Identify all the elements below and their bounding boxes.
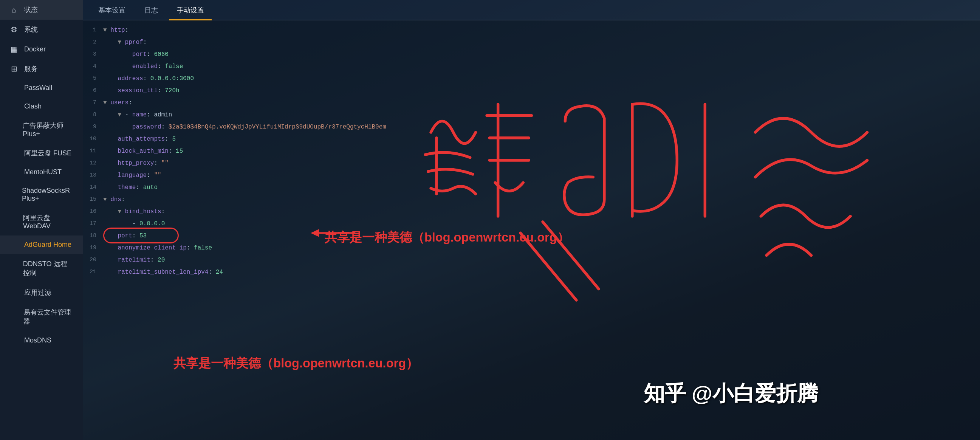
key-1: http bbox=[110, 27, 125, 33]
sidebar-label-mosdns: MosDNS bbox=[24, 336, 51, 344]
key-4: enabled bbox=[132, 63, 158, 70]
line-content-7: ▼ users: bbox=[103, 97, 977, 109]
arrow-2: ▼ bbox=[118, 39, 125, 46]
sep-18: : bbox=[132, 233, 140, 239]
tab-log[interactable]: 日志 bbox=[137, 1, 165, 21]
key-8: name bbox=[132, 112, 146, 118]
sidebar-item-docker[interactable]: ▦Docker bbox=[0, 39, 83, 59]
sidebar-item-status[interactable]: ⌂状态 bbox=[0, 0, 83, 20]
sep-3: : bbox=[146, 51, 154, 58]
line-content-10: auth_attempts: 5 bbox=[103, 133, 977, 145]
val-6: 720h bbox=[165, 87, 179, 94]
arrow-15: ▼ bbox=[103, 196, 110, 203]
val-3: 6060 bbox=[154, 51, 168, 58]
arrow-1: ▼ bbox=[103, 27, 110, 33]
sidebar-item-clouddrive[interactable]: 易有云文件管理器 bbox=[0, 303, 83, 331]
val-11: 15 bbox=[176, 148, 183, 155]
val-13: "" bbox=[154, 172, 161, 179]
sidebar-item-clash[interactable]: Clash bbox=[0, 97, 83, 116]
line-number-15: 15 bbox=[86, 193, 103, 206]
code-line-11: 11 block_auth_min: 15 bbox=[83, 145, 980, 157]
line-number-6: 6 bbox=[86, 84, 103, 97]
sep-4: : bbox=[158, 63, 165, 70]
sidebar-item-services[interactable]: ⊞服务 bbox=[0, 59, 83, 79]
line-number-2: 2 bbox=[86, 36, 103, 48]
val-20: 20 bbox=[158, 257, 165, 263]
key-15: dns bbox=[110, 196, 121, 203]
val-12: "" bbox=[161, 160, 169, 167]
sidebar-label-aliyun-fuse: 阿里云盘 FUSE bbox=[24, 148, 72, 158]
sidebar-item-ddnsto[interactable]: DDNSTO 远程控制 bbox=[0, 254, 83, 283]
sep-10: : bbox=[165, 136, 172, 142]
main-content: 基本设置日志手动设置 1▼ http: 2 ▼ pprof: 3 port: 6… bbox=[83, 0, 980, 440]
sep-16: : bbox=[161, 208, 169, 215]
sidebar-label-passwall: PassWall bbox=[24, 84, 52, 92]
line-content-15: ▼ dns: bbox=[103, 193, 977, 206]
sidebar-icon-system: ⚙ bbox=[9, 25, 19, 34]
sidebar-item-passwall[interactable]: PassWall bbox=[0, 79, 83, 97]
sidebar-item-shadowsocks[interactable]: ShadowSocksR Plus+ bbox=[0, 182, 83, 208]
line-content-9: password: $2a$10$4BnQ4p.voKQWdjJpVYLifu1… bbox=[103, 121, 977, 133]
code-line-12: 12 http_proxy: "" bbox=[83, 157, 980, 169]
val-4: false bbox=[165, 63, 183, 70]
key-9: password bbox=[132, 124, 161, 131]
tab-manual[interactable]: 手动设置 bbox=[169, 1, 212, 21]
sidebar-label-aliyun-webdav: 阿里云盘 WebDAV bbox=[23, 213, 74, 230]
line-number-8: 8 bbox=[86, 109, 103, 121]
sep-12: : bbox=[154, 160, 161, 167]
sidebar-label-status: 状态 bbox=[24, 5, 38, 14]
line-content-13: language: "" bbox=[103, 169, 977, 182]
line-number-11: 11 bbox=[86, 145, 103, 157]
sep-20: : bbox=[150, 257, 158, 263]
sep-11: : bbox=[169, 148, 176, 155]
code-line-2: 2 ▼ pprof: bbox=[83, 36, 980, 48]
key-10: auth_attempts bbox=[118, 136, 165, 142]
key-21: ratelimit_subnet_len_ipv4 bbox=[118, 269, 208, 276]
code-line-7: 7▼ users: bbox=[83, 97, 980, 109]
sep-6: : bbox=[158, 87, 165, 94]
sep-5: : bbox=[143, 75, 150, 82]
key-12: http_proxy bbox=[118, 160, 154, 167]
sidebar-item-system[interactable]: ⚙系统 bbox=[0, 20, 83, 39]
sidebar-label-clash: Clash bbox=[24, 102, 41, 110]
sidebar-item-aliyun-fuse[interactable]: 阿里云盘 FUSE bbox=[0, 143, 83, 163]
sidebar-label-docker: Docker bbox=[24, 45, 46, 53]
sidebar-item-adguard[interactable]: AdGuard Home bbox=[0, 236, 83, 254]
svg-text:共享是一种美德（blog.openwrtcn.eu.org）: 共享是一种美德（blog.openwrtcn.eu.org） bbox=[173, 356, 418, 370]
line-content-6: session_ttl: 720h bbox=[103, 84, 977, 97]
sidebar-item-adblock[interactable]: 广告屏蔽大师 Plus+ bbox=[0, 116, 83, 143]
line-number-5: 5 bbox=[86, 73, 103, 84]
line-number-14: 14 bbox=[86, 182, 103, 193]
sidebar-item-appfilter[interactable]: 应用过滤 bbox=[0, 283, 83, 303]
line-content-8: ▼ - name: admin bbox=[103, 109, 977, 121]
val-14: auto bbox=[143, 184, 158, 191]
line-content-19: anonymize_client_ip: false bbox=[103, 242, 977, 254]
line-number-4: 4 bbox=[86, 61, 103, 73]
val-10: 5 bbox=[172, 136, 176, 142]
line-number-20: 20 bbox=[86, 254, 103, 266]
code-line-4: 4 enabled: false bbox=[83, 61, 980, 73]
key-18: port bbox=[118, 233, 132, 239]
line-content-3: port: 6060 bbox=[103, 48, 977, 61]
code-line-13: 13 language: "" bbox=[83, 169, 980, 182]
sep-2: : bbox=[143, 39, 150, 46]
code-editor[interactable]: 1▼ http: 2 ▼ pprof: 3 port: 60604 enable… bbox=[83, 21, 980, 440]
sidebar-item-mosdns[interactable]: MosDNS bbox=[0, 331, 83, 350]
dash-8: - bbox=[125, 112, 132, 118]
sidebar-label-ddnsto: DDNSTO 远程控制 bbox=[23, 259, 74, 277]
sidebar-label-mentohust: MentoHUST bbox=[24, 168, 62, 176]
val-18: 53 bbox=[140, 233, 146, 239]
code-line-14: 14 theme: auto bbox=[83, 182, 980, 193]
key-11: block_auth_min bbox=[118, 148, 168, 155]
sidebar-item-mentohust[interactable]: MentoHUST bbox=[0, 163, 83, 182]
sep-15: : bbox=[121, 196, 129, 203]
line-number-3: 3 bbox=[86, 48, 103, 61]
line-number-19: 19 bbox=[86, 242, 103, 254]
tab-basic[interactable]: 基本设置 bbox=[91, 1, 133, 21]
sep-7: : bbox=[129, 99, 136, 106]
val-5: 0.0.0.0:3000 bbox=[150, 75, 194, 82]
val-21: 24 bbox=[216, 269, 223, 276]
line-content-21: ratelimit_subnet_len_ipv4: 24 bbox=[103, 266, 977, 278]
code-line-3: 3 port: 6060 bbox=[83, 48, 980, 61]
sidebar-item-aliyun-webdav[interactable]: 阿里云盘 WebDAV bbox=[0, 208, 83, 236]
